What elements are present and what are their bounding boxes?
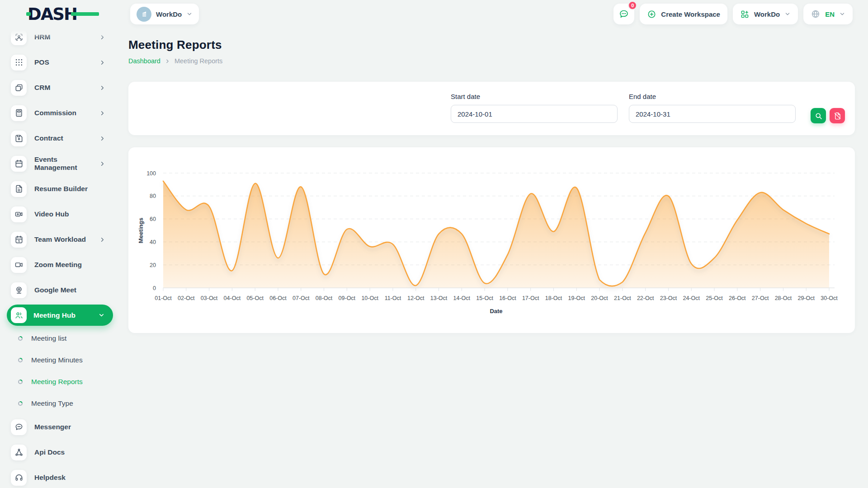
language-selector[interactable]: EN bbox=[803, 4, 853, 24]
sidebar-item-label: POS bbox=[34, 58, 49, 66]
progress-ring-icon bbox=[18, 357, 23, 363]
svg-text:08-Oct: 08-Oct bbox=[316, 295, 333, 301]
team-workload-icon bbox=[11, 232, 27, 248]
sidebar-subitem-label: Meeting Reports bbox=[31, 378, 83, 386]
building-icon bbox=[137, 7, 151, 22]
svg-text:29-Oct: 29-Oct bbox=[797, 295, 815, 301]
chevron-down-icon bbox=[98, 312, 105, 319]
app-logo[interactable]: DASH bbox=[28, 5, 95, 24]
file-off-icon bbox=[833, 112, 842, 120]
end-date-group: End date bbox=[629, 93, 796, 123]
logo-text: DASH bbox=[28, 5, 77, 24]
svg-text:100: 100 bbox=[146, 170, 156, 177]
svg-text:20-Oct: 20-Oct bbox=[591, 295, 608, 301]
svg-text:22-Oct: 22-Oct bbox=[637, 295, 654, 301]
sidebar-item-label: Meeting Hub bbox=[33, 311, 75, 319]
search-button[interactable] bbox=[811, 108, 826, 123]
sidebar-subitem-meeting-reports[interactable]: Meeting Reports bbox=[11, 371, 108, 393]
start-date-input[interactable] bbox=[451, 105, 618, 123]
chevron-right-icon bbox=[99, 59, 106, 66]
svg-text:30-Oct: 30-Oct bbox=[821, 295, 838, 301]
svg-text:04-Oct: 04-Oct bbox=[224, 295, 241, 301]
language-code: EN bbox=[825, 10, 835, 18]
svg-text:28-Oct: 28-Oct bbox=[775, 295, 792, 301]
sidebar-item-resume-builder[interactable]: Resume Builder bbox=[11, 176, 108, 202]
google-meet-icon bbox=[11, 282, 27, 298]
commission-icon bbox=[11, 105, 27, 121]
chevron-down-icon bbox=[186, 11, 193, 17]
chat-bubble-icon bbox=[618, 9, 629, 19]
sidebar-subitem-label: Meeting list bbox=[31, 334, 66, 343]
sidebar-subitem-label: Meeting Type bbox=[31, 399, 73, 408]
logo-accent-bar bbox=[71, 12, 99, 16]
sidebar-item-label: Google Meet bbox=[34, 286, 76, 294]
sidebar-item-messenger[interactable]: Messenger bbox=[11, 414, 108, 440]
sidebar-item-crm[interactable]: CRM bbox=[11, 75, 108, 100]
messages-button[interactable]: 0 bbox=[613, 4, 634, 24]
end-date-input[interactable] bbox=[629, 105, 796, 123]
breadcrumb-current: Meeting Reports bbox=[175, 57, 222, 65]
hrm-icon bbox=[11, 29, 27, 45]
start-date-label: Start date bbox=[451, 93, 618, 100]
chevron-right-icon bbox=[99, 236, 106, 243]
chevron-right-icon bbox=[165, 58, 170, 64]
sidebar-item-video-hub[interactable]: Video Hub bbox=[11, 202, 108, 227]
sidebar-item-helpdesk[interactable]: Helpdesk bbox=[11, 465, 108, 488]
svg-text:02-Oct: 02-Oct bbox=[178, 295, 195, 301]
grid-plus-icon bbox=[740, 9, 750, 19]
helpdesk-icon bbox=[11, 470, 27, 486]
sidebar-item-api-docs[interactable]: Api Docs bbox=[11, 440, 108, 465]
sidebar-subitem-meeting-minutes[interactable]: Meeting Minutes bbox=[11, 349, 108, 371]
chevron-down-icon bbox=[784, 11, 791, 17]
sidebar-subitem-meeting-type[interactable]: Meeting Type bbox=[11, 393, 108, 414]
y-axis-title: Meetings bbox=[137, 218, 144, 243]
chevron-right-icon bbox=[99, 84, 106, 91]
sidebar-item-hrm[interactable]: HRM bbox=[11, 24, 108, 50]
workspace-name: WorkDo bbox=[156, 10, 182, 18]
crm-icon bbox=[11, 80, 27, 96]
create-workspace-button[interactable]: Create Workspace bbox=[640, 4, 727, 24]
sidebar-item-meeting-hub[interactable]: Meeting Hub bbox=[7, 305, 113, 326]
sidebar-item-google-meet[interactable]: Google Meet bbox=[11, 277, 108, 303]
events-icon bbox=[11, 156, 27, 172]
svg-text:24-Oct: 24-Oct bbox=[683, 295, 700, 301]
sidebar-item-label: Commission bbox=[34, 109, 76, 117]
sidebar-item-team-workload[interactable]: Team Workload bbox=[11, 227, 108, 252]
breadcrumb-dashboard-link[interactable]: Dashboard bbox=[128, 57, 160, 65]
sidebar-item-label: CRM bbox=[34, 84, 50, 92]
user-menu[interactable]: WorkDo bbox=[733, 4, 798, 24]
sidebar-item-zoom-meeting[interactable]: Zoom Meeting bbox=[11, 252, 108, 277]
pos-icon bbox=[11, 55, 27, 70]
main-content: Meeting Reports Dashboard Meeting Report… bbox=[128, 28, 855, 333]
video-hub-icon bbox=[11, 206, 27, 222]
sidebar-item-pos[interactable]: POS bbox=[11, 50, 108, 75]
sidebar-subitem-label: Meeting Minutes bbox=[31, 356, 83, 364]
sidebar-item-label: Video Hub bbox=[34, 210, 69, 218]
meeting-hub-icon bbox=[11, 307, 27, 323]
svg-text:60: 60 bbox=[150, 216, 156, 222]
sidebar-subitem-meeting-list[interactable]: Meeting list bbox=[11, 328, 108, 349]
svg-text:06-Oct: 06-Oct bbox=[269, 295, 287, 301]
page-title: Meeting Reports bbox=[128, 38, 855, 52]
sidebar-item-commission[interactable]: Commission bbox=[11, 100, 108, 126]
globe-icon bbox=[811, 9, 821, 19]
svg-text:09-Oct: 09-Oct bbox=[339, 295, 356, 301]
sidebar-item-label: Helpdesk bbox=[34, 474, 66, 482]
chevron-down-icon bbox=[839, 11, 845, 17]
chevron-right-icon bbox=[99, 34, 106, 41]
filter-buttons bbox=[811, 93, 845, 123]
svg-text:21-Oct: 21-Oct bbox=[614, 295, 631, 301]
svg-text:80: 80 bbox=[150, 193, 156, 199]
date-filter-card: Start date End date bbox=[128, 82, 855, 135]
sidebar-item-label: Events Management bbox=[34, 155, 99, 172]
sidebar-item-contract[interactable]: Contract bbox=[11, 126, 108, 151]
sidebar-item-events-management[interactable]: Events Management bbox=[11, 151, 108, 176]
header-actions: 0 Create Workspace WorkDo EN bbox=[613, 4, 853, 24]
sidebar-item-label: Zoom Meeting bbox=[34, 261, 82, 269]
svg-text:18-Oct: 18-Oct bbox=[545, 295, 562, 301]
sidebar-item-label: Api Docs bbox=[34, 448, 65, 456]
workspace-selector[interactable]: WorkDo bbox=[130, 4, 199, 24]
contract-icon bbox=[11, 131, 27, 146]
reset-button[interactable] bbox=[830, 108, 845, 123]
svg-text:01-Oct: 01-Oct bbox=[155, 295, 172, 301]
